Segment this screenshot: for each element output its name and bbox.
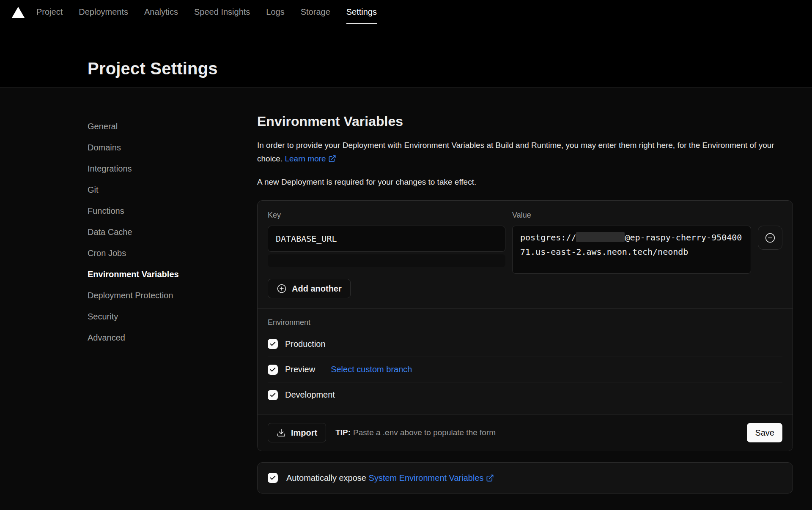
nav-tab-logs[interactable]: Logs	[266, 0, 284, 24]
settings-main: General Domains Integrations Git Functio…	[0, 87, 812, 510]
key-input-extra-row	[268, 254, 505, 267]
sidebar-item-functions[interactable]: Functions	[88, 200, 257, 221]
environment-row-development: Development	[268, 382, 782, 407]
tip-text: Paste a .env above to populate the form	[353, 428, 496, 437]
env-vars-card: Key Value DATABASE_URL postgres://@ep-ra…	[257, 200, 793, 451]
nav-tab-settings[interactable]: Settings	[346, 0, 377, 24]
sidebar-item-advanced[interactable]: Advanced	[88, 327, 257, 348]
preview-label: Preview	[285, 365, 315, 374]
save-button[interactable]: Save	[747, 423, 782, 442]
settings-sidebar: General Domains Integrations Git Functio…	[88, 87, 257, 510]
sidebar-item-data-cache[interactable]: Data Cache	[88, 221, 257, 243]
system-env-variables-link[interactable]: System Environment Variables	[369, 473, 494, 483]
production-label: Production	[285, 339, 326, 349]
environment-row-preview: Preview Select custom branch	[268, 357, 782, 382]
sidebar-item-environment-variables[interactable]: Environment Variables	[88, 264, 257, 285]
auto-expose-label: Automatically expose	[286, 473, 366, 483]
system-env-expose-card: Automatically expose System Environment …	[257, 462, 793, 494]
download-icon	[277, 428, 286, 437]
value-label: Value	[512, 211, 751, 220]
production-checkbox[interactable]	[268, 339, 278, 349]
key-value-form: Key Value DATABASE_URL postgres://@ep-ra…	[258, 201, 793, 308]
environment-row-production: Production	[268, 331, 782, 357]
select-custom-branch-link[interactable]: Select custom branch	[331, 365, 412, 374]
auto-expose-checkbox[interactable]	[268, 473, 278, 483]
environment-label: Environment	[268, 318, 782, 327]
top-navigation: Project Deployments Analytics Speed Insi…	[0, 0, 812, 24]
key-column: DATABASE_URL	[268, 226, 505, 274]
environment-selection: Environment Production Preview Select cu	[258, 309, 793, 414]
sidebar-item-integrations[interactable]: Integrations	[88, 158, 257, 179]
development-label: Development	[285, 390, 335, 400]
page-title: Project Settings	[88, 59, 812, 78]
sidebar-item-git[interactable]: Git	[88, 179, 257, 200]
nav-items: Project Deployments Analytics Speed Insi…	[36, 0, 377, 24]
remove-row-button[interactable]	[758, 226, 782, 250]
nav-tab-speed-insights[interactable]: Speed Insights	[194, 0, 250, 24]
section-heading: Environment Variables	[257, 114, 793, 129]
import-button[interactable]: Import	[268, 423, 326, 442]
value-prefix: postgres://	[520, 232, 576, 243]
add-another-label: Add another	[292, 284, 342, 294]
checkmark-icon	[269, 341, 276, 347]
env-tip: TIP:Paste a .env above to populate the f…	[335, 428, 496, 437]
external-link-icon	[486, 474, 494, 482]
section-description: In order to provide your Deployment with…	[257, 139, 793, 166]
plus-circle-icon	[277, 284, 287, 294]
sidebar-item-cron-jobs[interactable]: Cron Jobs	[88, 243, 257, 264]
value-line1-suffix: @ep-raspy-cherry-95040	[625, 232, 737, 243]
learn-more-label: Learn more	[285, 154, 326, 163]
sidebar-item-general[interactable]: General	[88, 116, 257, 137]
learn-more-link[interactable]: Learn more	[285, 154, 336, 163]
key-input[interactable]: DATABASE_URL	[268, 226, 505, 252]
value-input[interactable]: postgres://@ep-raspy-cherry-95040071.us-…	[512, 226, 751, 274]
sidebar-item-deployment-protection[interactable]: Deployment Protection	[88, 285, 257, 306]
development-checkbox[interactable]	[268, 390, 278, 400]
import-label: Import	[291, 428, 317, 438]
add-another-button[interactable]: Add another	[268, 279, 351, 298]
minus-circle-icon	[765, 232, 776, 243]
redacted-credentials	[576, 232, 625, 242]
auto-expose-text: Automatically expose System Environment …	[286, 473, 494, 483]
sidebar-item-security[interactable]: Security	[88, 306, 257, 327]
nav-tab-deployments[interactable]: Deployments	[79, 0, 128, 24]
page-header: Project Settings	[0, 24, 812, 87]
sidebar-item-domains[interactable]: Domains	[88, 137, 257, 158]
vercel-triangle-icon	[12, 6, 25, 18]
checkmark-icon	[269, 475, 276, 481]
nav-tab-storage[interactable]: Storage	[301, 0, 330, 24]
checkmark-icon	[269, 392, 276, 398]
card-footer: Import TIP:Paste a .env above to populat…	[258, 414, 793, 451]
key-label: Key	[268, 211, 505, 220]
system-env-variables-label: System Environment Variables	[369, 473, 484, 483]
preview-checkbox[interactable]	[268, 365, 278, 375]
tip-bold-label: TIP:	[335, 428, 351, 437]
environment-variables-section: Environment Variables In order to provid…	[257, 87, 793, 510]
deployment-note: A new Deployment is required for your ch…	[257, 177, 793, 187]
nav-tab-project[interactable]: Project	[36, 0, 63, 24]
vercel-logo[interactable]	[12, 0, 25, 24]
checkmark-icon	[269, 366, 276, 373]
key-input-value: DATABASE_URL	[276, 234, 337, 244]
nav-tab-analytics[interactable]: Analytics	[144, 0, 178, 24]
external-link-icon	[328, 155, 336, 163]
